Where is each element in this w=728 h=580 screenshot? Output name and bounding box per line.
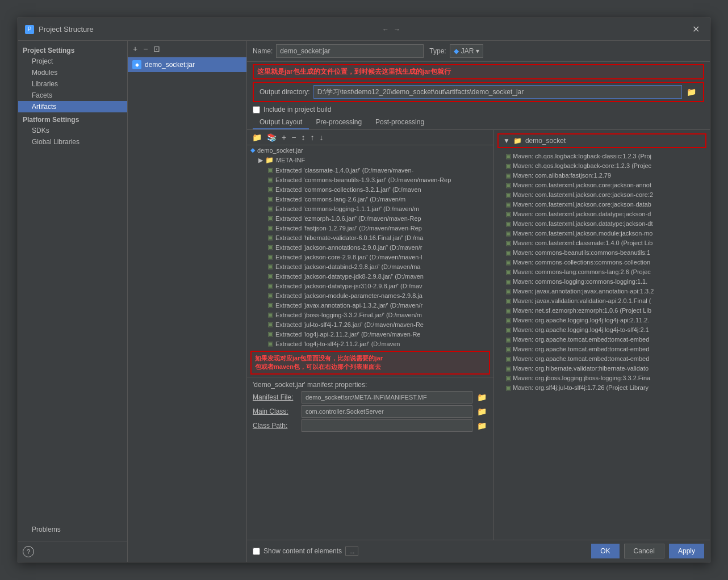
avail-item-classmate[interactable]: ▣ Maven: com.fasterxml:classmate:1.4.0 (…	[494, 238, 710, 248]
tree-jackson-databind[interactable]: ▣ Extracted 'jackson-databind-2.9.8.jar/…	[247, 262, 493, 271]
avail-item-jul-to-slf4j[interactable]: ▣ Maven: org.slf4j:jul-to-slf4j:1.7.26 (…	[494, 383, 710, 393]
artifact-header: Name: Type: ◆ JAR ▾	[247, 41, 710, 62]
avail-item-jackson-datatype-d[interactable]: ▣ Maven: com.fasterxml.jackson.datatype:…	[494, 209, 710, 219]
avail-item-jackson-datatype-dt[interactable]: ▣ Maven: com.fasterxml.jackson.datatype:…	[494, 219, 710, 229]
title-bar-left: P Project Structure	[25, 25, 94, 34]
add-artifact-btn[interactable]: +	[131, 43, 139, 54]
avail-item-tomcat-embed-2[interactable]: ▣ Maven: org.apache.tomcat.embed:tomcat-…	[494, 344, 710, 354]
tree-classmate[interactable]: ▣ Extracted 'classmate-1.4.0.jar/' (D:/m…	[247, 165, 493, 175]
ok-button[interactable]: OK	[591, 544, 619, 558]
avail-item-commons-logging[interactable]: ▣ Maven: commons-logging:commons-logging…	[494, 277, 710, 287]
tab-post-processing[interactable]: Post-processing	[369, 116, 431, 129]
tree-commons-logging[interactable]: ▣ Extracted 'commons-logging-1.1.1.jar/'…	[247, 204, 493, 213]
tree-folder-btn[interactable]: 📁	[250, 132, 263, 143]
avail-item-commons-collections[interactable]: ▣ Maven: commons-collections:commons-col…	[494, 258, 710, 267]
main-class-input[interactable]	[302, 405, 472, 418]
tree-jackson-datatype-jdk8[interactable]: ▣ Extracted 'jackson-datatype-jdk8-2.9.8…	[247, 271, 493, 281]
tree-commons-lang[interactable]: ▣ Extracted 'commons-lang-2.6.jar/' (D:/…	[247, 194, 493, 204]
tree-jboss-logging[interactable]: ▣ Extracted 'jboss-logging-3.3.2.Final.j…	[247, 310, 493, 320]
tree-javax-annotation[interactable]: ▣ Extracted 'javax.annotation-api-1.3.2.…	[247, 300, 493, 310]
tree-jackson-datatype-jsr310[interactable]: ▣ Extracted 'jackson-datatype-jsr310-2.9…	[247, 281, 493, 291]
sidebar-item-sdks[interactable]: SDKs	[18, 125, 127, 136]
avail-item-tomcat-embed-3[interactable]: ▣ Maven: org.apache.tomcat.embed:tomcat-…	[494, 354, 710, 364]
avail-item-log4j-api[interactable]: ▣ Maven: org.apache.logging.log4j:log4j-…	[494, 316, 710, 325]
available-elements-header[interactable]: ▼ 📁 demo_socket	[497, 133, 706, 148]
avail-item-javax-annotation[interactable]: ▣ Maven: javax.annotation:javax.annotati…	[494, 287, 710, 296]
tree-remove-btn[interactable]: −	[290, 132, 298, 143]
copy-artifact-btn[interactable]: ⊡	[152, 43, 162, 54]
avail-item-logback-classic[interactable]: ▣ Maven: ch.qos.logback:logback-classic:…	[494, 152, 710, 161]
classpath-folder-btn[interactable]: 📁	[476, 420, 488, 431]
tree-jackson-module[interactable]: ▣ Extracted 'jackson-module-parameter-na…	[247, 291, 493, 300]
avail-item-jackson-annot[interactable]: ▣ Maven: com.fasterxml.jackson.core:jack…	[494, 180, 710, 190]
tab-output-layout[interactable]: Output Layout	[253, 116, 309, 129]
tree-jackson-annotations[interactable]: ▣ Extracted 'jackson-annotations-2.9.0.j…	[247, 242, 493, 252]
tree-fastjson[interactable]: ▣ Extracted 'fastjson-1.2.79.jar/' (D:/m…	[247, 223, 493, 233]
sidebar-item-problems[interactable]: Problems	[18, 524, 127, 535]
avail-item-tomcat-embed-1[interactable]: ▣ Maven: org.apache.tomcat.embed:tomcat-…	[494, 335, 710, 344]
close-button[interactable]: ✕	[689, 23, 703, 36]
tree-ezmorph[interactable]: ▣ Extracted 'ezmorph-1.0.6.jar/' (D:/mav…	[247, 213, 493, 223]
lib-icon-avail-11: ▣	[505, 249, 511, 256]
tree-commons-collections[interactable]: ▣ Extracted 'commons-collections-3.2.1.j…	[247, 184, 493, 194]
include-in-build-checkbox[interactable]	[253, 106, 260, 114]
tree-jul-to-slf4j[interactable]: ▣ Extracted 'jul-to-slf4j-1.7.26.jar/' (…	[247, 320, 493, 329]
tree-hibernate-validator[interactable]: ▣ Extracted 'hibernate-validator-6.0.16.…	[247, 233, 493, 242]
dialog-body: Project Settings Project Modules Librari…	[18, 41, 710, 562]
tree-log4j-to-slf4j[interactable]: ▣ Extracted 'log4j-to-slf4j-2.11.2.jar/'…	[247, 339, 493, 348]
jar-file-icon: ◆	[250, 146, 255, 154]
sidebar-item-modules[interactable]: Modules	[18, 67, 127, 78]
forward-btn[interactable]: →	[394, 26, 400, 33]
jul-to-slf4j-label: Extracted 'jul-to-slf4j-1.7.26.jar/' (D:…	[275, 321, 424, 328]
tree-add-btn[interactable]: +	[280, 132, 288, 143]
manifest-file-folder-btn[interactable]: 📁	[476, 392, 488, 403]
avail-item-log4j-to-slf4j[interactable]: ▣ Maven: org.apache.logging.log4j:log4j-…	[494, 325, 710, 335]
jackson-core-label: Extracted 'jackson-core-2.9.8.jar/' (D:/…	[275, 254, 422, 260]
tree-jackson-core[interactable]: ▣ Extracted 'jackson-core-2.9.8.jar/' (D…	[247, 252, 493, 262]
avail-item-logback-core[interactable]: ▣ Maven: ch.qos.logback:logback-core:1.2…	[494, 161, 710, 171]
avail-item-jackson-datab[interactable]: ▣ Maven: com.fasterxml.jackson.core:jack…	[494, 200, 710, 209]
back-btn[interactable]: ←	[382, 26, 389, 33]
sidebar-item-project[interactable]: Project	[18, 56, 127, 67]
name-input[interactable]	[276, 44, 424, 58]
help-button[interactable]: ?	[23, 546, 34, 557]
lib-icon-avail-24: ▣	[505, 375, 511, 381]
avail-item-commons-beanutils[interactable]: ▣ Maven: commons-beanutils:commons-beanu…	[494, 248, 710, 258]
lib-icon-avail-3: ▣	[505, 172, 511, 179]
tree-commons-beanutils[interactable]: ▣ Extracted 'commons-beanutils-1.9.3.jar…	[247, 175, 493, 184]
sidebar-item-artifacts[interactable]: Artifacts	[18, 101, 127, 112]
tree-meta-inf[interactable]: ▶ 📁 META-INF	[247, 155, 493, 165]
tab-pre-processing[interactable]: Pre-processing	[309, 116, 369, 129]
main-class-folder-btn[interactable]: 📁	[476, 406, 488, 417]
avail-item-fastjson[interactable]: ▣ Maven: com.alibaba:fastjson:1.2.79	[494, 171, 710, 180]
type-selector[interactable]: ◆ JAR ▾	[450, 44, 484, 58]
show-content-checkbox[interactable]	[253, 548, 260, 555]
lib-icon-avail-23: ▣	[505, 365, 511, 372]
classpath-input[interactable]	[302, 419, 472, 432]
avail-item-ezmorph[interactable]: ▣ Maven: net.sf.ezmorph:ezmorph:1.0.6 (P…	[494, 306, 710, 316]
output-dir-input[interactable]	[313, 85, 682, 99]
cancel-button[interactable]: Cancel	[624, 544, 664, 558]
avail-item-javax-validation[interactable]: ▣ Maven: javax.validation:validation-api…	[494, 296, 710, 306]
tree-root-jar[interactable]: ◆ demo_socket.jar	[247, 145, 493, 155]
avail-item-jboss-logging[interactable]: ▣ Maven: org.jboss.logging:jboss-logging…	[494, 373, 710, 383]
avail-item-hibernate-validator[interactable]: ▣ Maven: org.hibernate.validator:hiberna…	[494, 364, 710, 373]
more-options-btn[interactable]: ...	[345, 547, 358, 556]
apply-button[interactable]: Apply	[669, 544, 704, 558]
avail-item-jackson-core[interactable]: ▣ Maven: com.fasterxml.jackson.core:jack…	[494, 190, 710, 200]
tree-sort-btn[interactable]: ↕	[299, 132, 307, 143]
tree-log4j-api[interactable]: ▣ Extracted 'log4j-api-2.11.2.jar/' (D:/…	[247, 329, 493, 339]
artifact-item-demo-socket[interactable]: ◆ demo_socket:jar	[128, 57, 246, 72]
avail-item-jackson-module[interactable]: ▣ Maven: com.fasterxml.jackson.module:ja…	[494, 229, 710, 238]
tree-library-btn[interactable]: 📚	[265, 132, 278, 143]
sidebar-item-facets[interactable]: Facets	[18, 90, 127, 101]
folder-icon-avail: 📁	[513, 137, 522, 145]
sidebar-item-global-libraries[interactable]: Global Libraries	[18, 136, 127, 148]
sidebar-item-libraries[interactable]: Libraries	[18, 78, 127, 90]
remove-artifact-btn[interactable]: −	[141, 43, 149, 54]
manifest-file-input[interactable]	[302, 391, 472, 404]
avail-item-commons-lang[interactable]: ▣ Maven: commons-lang:commons-lang:2.6 (…	[494, 267, 710, 277]
tree-down-btn[interactable]: ↓	[317, 132, 325, 143]
output-dir-folder-btn[interactable]: 📁	[685, 86, 697, 98]
tree-up-btn[interactable]: ↑	[308, 132, 316, 143]
